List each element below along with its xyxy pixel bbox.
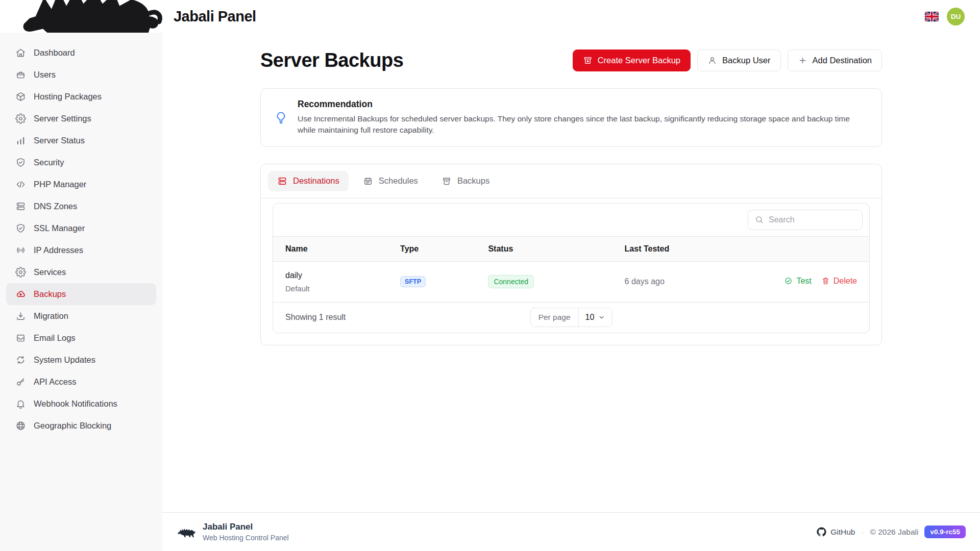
gear-icon [15,267,26,278]
users-icon [15,69,26,80]
table-footer: Showing 1 result Per page 10 [273,302,869,333]
boar-logo-icon [177,525,196,539]
trash-icon [821,277,830,285]
cloud-upload-icon [15,289,26,299]
sidebar-item-server-status[interactable]: Server Status [6,130,156,152]
sidebar-item-hosting-packages[interactable]: Hosting Packages [6,86,156,108]
backup-user-button[interactable]: Backup User [697,49,780,71]
type-badge: SFTP [400,276,426,287]
sidebar-item-migration[interactable]: Migration [6,305,156,327]
status-badge: Connected [488,275,534,288]
github-icon [817,527,826,537]
results-summary: Showing 1 result [285,313,346,322]
destinations-table: NameTypeStatusLast Tested dailyDefaultSF… [273,236,869,302]
server-stack-icon [277,176,287,186]
sidebar-item-ip-addresses[interactable]: IP Addresses [6,239,156,261]
main-content: Server Backups Create Server Backup Back… [260,33,882,512]
sidebar-item-system-updates[interactable]: System Updates [6,349,156,371]
destination-name: daily [285,271,376,280]
table-row-daily: dailyDefaultSFTPConnected6 days agoTestD… [273,261,869,302]
sidebar-item-geographic-blocking[interactable]: Geographic Blocking [6,415,156,437]
column-header-status: Status [476,236,612,261]
chevron-down-icon [598,314,605,321]
download-icon [15,311,26,321]
search-icon [754,215,764,224]
sidebar-item-users[interactable]: Users [6,64,156,86]
sidebar-item-php-manager[interactable]: PHP Manager [6,173,156,195]
sidebar-item-server-settings[interactable]: Server Settings [6,108,156,130]
github-link[interactable]: GitHub [817,527,855,537]
tab-schedules[interactable]: Schedules [354,171,427,191]
last-tested: 6 days ago [612,261,763,302]
broadcast-icon [15,245,26,256]
test-action[interactable]: Test [784,277,811,286]
home-icon [15,47,26,58]
recommendation-title: Recommendation [298,99,868,110]
inbox-icon [15,333,26,343]
code-icon [15,179,26,190]
bar-chart-icon [15,135,26,146]
footer-copyright: © 2026 Jabali [870,528,918,537]
destinations-table-card: NameTypeStatusLast Tested dailyDefaultSF… [273,203,870,333]
lightbulb-icon [274,111,288,124]
column-header-type: Type [388,236,476,261]
sidebar-item-ssl-manager[interactable]: SSL Manager [6,217,156,239]
per-page-label: Per page [531,308,579,327]
sidebar-item-backups[interactable]: Backups [6,283,156,305]
per-page-control: Per page 10 [530,308,612,327]
page-title: Server Backups [260,49,403,71]
refresh-icon [15,355,26,365]
search-input-wrap[interactable] [748,210,863,230]
sidebar-item-security[interactable]: Security [6,152,156,173]
sidebar-item-api-access[interactable]: API Access [6,371,156,393]
sidebar-item-email-logs[interactable]: Email Logs [6,327,156,349]
user-avatar[interactable]: DU [947,8,965,26]
shield-check-icon [15,223,26,234]
sidebar-item-services[interactable]: Services [6,261,156,283]
globe-icon [15,420,26,431]
page-footer: Jabali Panel Web Hosting Control Panel G… [162,512,980,551]
recommendation-card: Recommendation Use Incremental Backups f… [260,88,882,147]
language-flag-uk-icon[interactable] [925,12,939,21]
shield-check-icon [15,157,26,168]
create-server-backup-button[interactable]: Create Server Backup [573,49,691,71]
gear-icon [15,113,26,124]
server-stack-icon [15,201,26,212]
column-header-actions [762,236,869,261]
archive-icon [442,176,452,186]
destination-subtitle: Default [285,284,376,293]
table-head: NameTypeStatusLast Tested [273,236,869,261]
sidebar-item-dns-zones[interactable]: DNS Zones [6,195,156,217]
add-destination-button[interactable]: Add Destination [788,49,883,71]
sidebar-item-dashboard[interactable]: Dashboard [6,42,156,64]
column-header-name: Name [273,236,388,261]
tab-backups[interactable]: Backups [432,171,499,191]
sidebar: DashboardUsersHosting PackagesServer Set… [0,33,162,551]
user-icon [707,56,717,65]
search-input[interactable] [769,215,856,224]
bell-icon [15,398,26,409]
tab-destinations[interactable]: Destinations [268,171,349,191]
footer-separator: · [861,528,864,536]
top-header: Jabali Panel DU [0,0,980,33]
sidebar-nav: DashboardUsersHosting PackagesServer Set… [6,42,156,437]
app-title: Jabali Panel [174,8,256,25]
per-page-select[interactable]: 10 [579,308,612,327]
archive-down-icon [583,56,593,65]
check-circle-icon [784,277,793,285]
calendar-icon [363,176,373,186]
footer-brand: Jabali Panel [203,522,289,532]
recommendation-body: Use Incremental Backups for scheduled se… [298,113,868,136]
plus-icon [798,56,807,65]
tab-bar: DestinationsSchedulesBackups [261,164,881,198]
column-header-last-tested: Last Tested [612,236,763,261]
table-body: dailyDefaultSFTPConnected6 days agoTestD… [273,261,869,302]
table-header-row: NameTypeStatusLast Tested [273,236,869,261]
footer-tagline: Web Hosting Control Panel [203,534,289,542]
backups-card: DestinationsSchedulesBackups [260,164,882,345]
version-badge: v0.9-rc55 [924,525,966,538]
key-icon [15,377,26,387]
sidebar-item-webhook-notifications[interactable]: Webhook Notifications [6,393,156,415]
package-icon [15,91,26,102]
delete-action[interactable]: Delete [821,277,857,286]
